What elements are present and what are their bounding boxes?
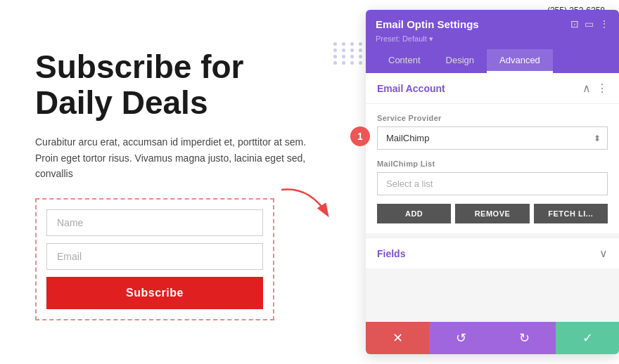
fields-section-header: Fields ∨ — [366, 238, 619, 268]
settings-panel: Email Optin Settings ⊡ ▭ ⋮ Preset: Defau… — [366, 10, 619, 354]
email-account-section-header: Email Account ∧ ⋮ — [366, 73, 619, 104]
step-badge: 1 — [350, 126, 370, 146]
remove-button[interactable]: REMOVE — [455, 204, 529, 223]
fetch-button[interactable]: FETCH LI... — [534, 204, 608, 223]
action-buttons: ADD REMOVE FETCH LI... — [377, 204, 608, 223]
more-icon[interactable]: ⋮ — [599, 18, 609, 30]
monitor-icon[interactable]: ⊡ — [570, 18, 579, 30]
redo-button[interactable]: ↻ — [492, 322, 556, 354]
name-input[interactable] — [46, 209, 263, 236]
add-button[interactable]: ADD — [377, 204, 451, 223]
panel-title: Email Optin Settings — [376, 18, 479, 30]
panel-header: Email Optin Settings ⊡ ▭ ⋮ Preset: Defau… — [366, 10, 619, 73]
tab-design[interactable]: Design — [433, 49, 487, 73]
panel-footer: ✕ ↺ ↻ ✓ — [366, 322, 619, 354]
service-provider-label: Service Provider — [377, 114, 608, 122]
mailchimp-list-wrapper: Select a list — [377, 172, 608, 195]
tab-advanced[interactable]: Advanced — [487, 49, 553, 73]
panel-tabs: Content Design Advanced — [376, 49, 609, 73]
service-provider-wrapper: MailChimp ⬍ — [377, 126, 608, 150]
collapse-icon[interactable]: ∧ — [582, 82, 591, 95]
hero-title: Subscribe for Daily Deals — [35, 49, 324, 120]
tab-content[interactable]: Content — [376, 49, 433, 73]
panel-header-icons: ⊡ ▭ ⋮ — [570, 18, 609, 30]
fields-title: Fields — [377, 248, 405, 259]
tablet-icon[interactable]: ▭ — [585, 18, 594, 30]
arrow-annotation — [274, 183, 338, 225]
cancel-button[interactable]: ✕ — [366, 322, 429, 354]
panel-body: Email Account ∧ ⋮ Service Provider MailC… — [366, 73, 619, 322]
left-panel: Subscribe for Daily Deals Curabitur arcu… — [0, 0, 359, 364]
email-account-body: Service Provider MailChimp ⬍ MailChimp L… — [366, 104, 619, 233]
hero-description: Curabitur arcu erat, accumsan id imperdi… — [35, 134, 324, 181]
panel-preset[interactable]: Preset: Default ▾ — [376, 34, 609, 44]
service-provider-select[interactable]: MailChimp — [377, 126, 608, 150]
section-more-icon[interactable]: ⋮ — [596, 82, 608, 95]
undo-button[interactable]: ↺ — [429, 322, 492, 354]
fields-expand-icon[interactable]: ∨ — [599, 247, 608, 260]
email-account-title: Email Account — [377, 83, 445, 94]
email-input[interactable] — [46, 243, 263, 270]
mailchimp-list-select[interactable]: Select a list — [377, 172, 608, 195]
section-header-icons: ∧ ⋮ — [582, 82, 608, 95]
mailchimp-list-label: MailChimp List — [377, 160, 608, 168]
confirm-button[interactable]: ✓ — [556, 322, 619, 354]
subscribe-button[interactable]: Subscribe — [46, 277, 263, 309]
optin-form: Subscribe — [35, 198, 274, 320]
